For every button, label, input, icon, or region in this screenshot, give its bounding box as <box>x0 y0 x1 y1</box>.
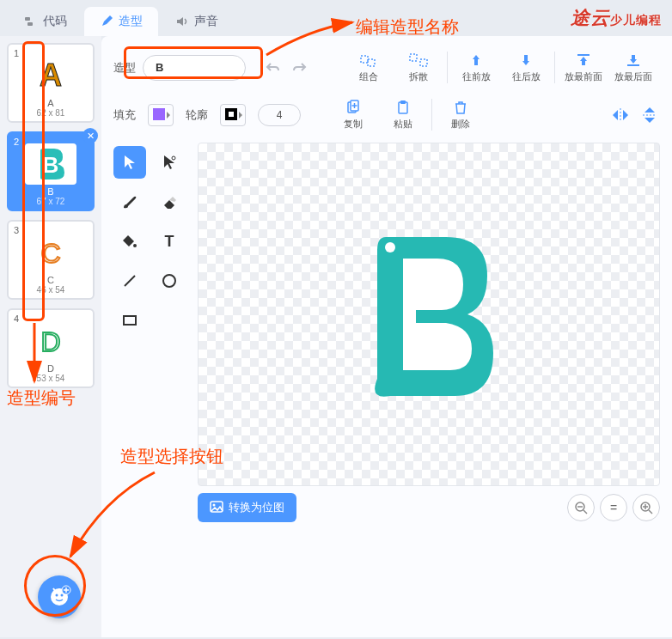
svg-point-24 <box>133 244 137 247</box>
svg-point-41 <box>61 594 64 597</box>
select-tool[interactable] <box>113 146 146 179</box>
tab-sound-label: 声音 <box>194 14 218 29</box>
svg-rect-20 <box>400 100 406 104</box>
front-button[interactable]: 放最前面 <box>560 48 607 87</box>
svg-point-40 <box>56 594 58 597</box>
costume-thumb-4[interactable]: 4 D D 53 x 54 <box>7 308 95 388</box>
eraser-tool[interactable] <box>153 186 186 218</box>
ungroup-icon <box>408 52 429 69</box>
svg-point-27 <box>163 275 175 287</box>
tab-costume[interactable]: 造型 <box>84 7 158 36</box>
svg-rect-0 <box>25 17 30 21</box>
svg-rect-28 <box>124 316 136 325</box>
zoom-out-button[interactable] <box>567 494 595 521</box>
canvas[interactable] <box>198 143 660 486</box>
svg-rect-7 <box>368 59 375 66</box>
ungroup-button[interactable]: 拆散 <box>395 48 442 87</box>
costume-name-label: 造型 <box>113 60 136 76</box>
copy-icon <box>343 99 363 116</box>
svg-point-23 <box>172 156 175 160</box>
trash-icon <box>450 99 471 116</box>
image-icon <box>210 501 223 515</box>
redo-button[interactable] <box>289 57 311 79</box>
group-icon <box>358 52 379 69</box>
fill-swatch[interactable] <box>148 104 174 126</box>
fill-label: 填充 <box>113 107 136 123</box>
forward-button[interactable]: 往前放 <box>453 48 499 87</box>
sound-icon <box>175 15 189 28</box>
tool-palette: T <box>113 143 186 625</box>
svg-rect-14 <box>229 112 234 117</box>
costume-editor: 造型 组合 拆散 往前放 <box>101 36 672 637</box>
front-icon <box>573 52 594 69</box>
costume-thumb-2[interactable]: 2 ✕ B B 67 x 72 <box>7 131 95 211</box>
brush-icon <box>100 15 113 28</box>
close-icon[interactable]: ✕ <box>82 128 98 143</box>
text-tool[interactable]: T <box>153 225 186 258</box>
costume-list: 1 A A 62 x 81 2 ✕ B B 67 x 72 3 C C 46 x… <box>0 36 101 637</box>
svg-line-26 <box>125 276 135 286</box>
svg-text:D: D <box>40 326 60 357</box>
tab-costume-label: 造型 <box>119 14 143 29</box>
glyph-a-icon: A <box>25 55 76 96</box>
svg-text:C: C <box>40 238 60 269</box>
reshape-tool[interactable] <box>153 146 186 179</box>
costume-name-input[interactable] <box>143 55 246 81</box>
paste-icon <box>393 99 413 116</box>
back-icon <box>623 52 644 69</box>
tab-sound[interactable]: 声音 <box>160 7 234 36</box>
glyph-c-icon: C <box>25 232 76 273</box>
watermark: 途云少儿编程 <box>571 5 662 31</box>
convert-bitmap-button[interactable]: 转换为位图 <box>198 493 296 522</box>
glyph-b-icon: B <box>25 143 76 185</box>
circle-tool[interactable] <box>153 265 186 297</box>
line-tool[interactable] <box>113 265 146 297</box>
svg-text:T: T <box>165 233 174 250</box>
svg-text:A: A <box>40 58 62 93</box>
back-button[interactable]: 放最后面 <box>610 48 657 87</box>
zoom-reset-button[interactable]: = <box>600 494 627 521</box>
svg-text:B: B <box>43 152 59 178</box>
add-costume-fab[interactable] <box>38 575 81 618</box>
canvas-sprite-b <box>343 220 515 409</box>
svg-rect-6 <box>361 56 368 63</box>
fill-tool[interactable] <box>113 225 146 258</box>
paste-button[interactable]: 粘贴 <box>380 95 426 134</box>
svg-point-31 <box>213 503 216 506</box>
annotation-select-button: 造型选择按钮 <box>120 445 223 468</box>
svg-line-33 <box>583 510 587 514</box>
forward-icon <box>466 52 486 69</box>
stroke-swatch[interactable] <box>220 104 246 126</box>
code-icon <box>24 15 38 28</box>
tab-code-label: 代码 <box>43 14 67 29</box>
backward-icon <box>516 52 536 69</box>
undo-button[interactable] <box>261 57 284 79</box>
svg-rect-9 <box>420 59 427 66</box>
costume-thumb-3[interactable]: 3 C C 46 x 54 <box>7 220 95 300</box>
svg-rect-8 <box>410 54 417 61</box>
brush-tool[interactable] <box>113 186 146 218</box>
stroke-label: 轮廓 <box>186 107 208 123</box>
flip-vertical-button[interactable] <box>639 105 660 125</box>
svg-line-36 <box>649 510 652 514</box>
flip-horizontal-button[interactable] <box>610 105 631 125</box>
zoom-in-button[interactable] <box>632 494 660 521</box>
costume-thumb-1[interactable]: 1 A A 62 x 81 <box>7 43 95 123</box>
stroke-width-input[interactable]: 4 <box>258 104 301 126</box>
delete-button[interactable]: 删除 <box>437 95 484 134</box>
svg-rect-12 <box>153 108 165 120</box>
backward-button[interactable]: 往后放 <box>503 48 549 87</box>
glyph-d-icon: D <box>25 320 76 362</box>
svg-point-29 <box>385 242 395 253</box>
annotation-edit-name: 编辑造型名称 <box>356 15 459 39</box>
copy-button[interactable]: 复制 <box>330 95 376 134</box>
tab-code[interactable]: 代码 <box>9 7 82 36</box>
svg-rect-1 <box>27 22 33 26</box>
group-button[interactable]: 组合 <box>345 48 392 87</box>
rect-tool[interactable] <box>113 304 146 337</box>
annotation-costume-number: 造型编号 <box>7 386 76 410</box>
